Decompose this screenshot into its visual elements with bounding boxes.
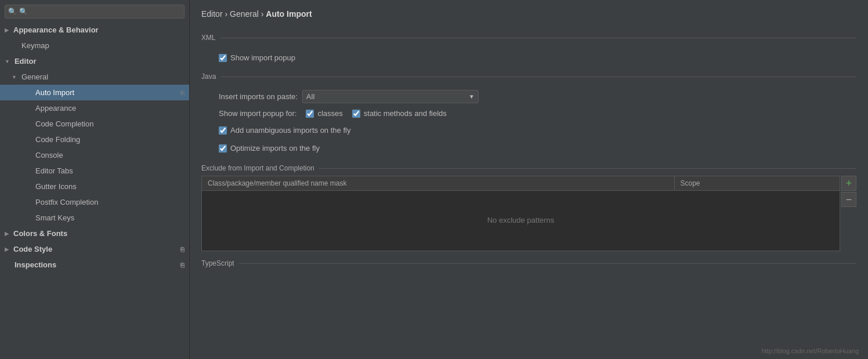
show-popup-for-label: Show import popup for: [219, 109, 296, 118]
table-actions: + − [841, 176, 856, 207]
optimize-imports-label: Optimize imports on the fly [230, 144, 320, 153]
col-name-header: Class/package/member qualified name mask [202, 176, 675, 190]
sidebar-item-console[interactable]: Console [0, 147, 189, 163]
xml-show-import-popup-checkbox-wrap[interactable]: Show import popup [219, 53, 295, 62]
sidebar-item-general[interactable]: ▼General [0, 69, 189, 85]
arrow-icon: ▼ [5, 59, 10, 64]
optimize-imports-row: Optimize imports on the fly [219, 144, 856, 153]
sidebar-item-label: Gutter Icons [35, 182, 77, 191]
xml-show-import-popup-checkbox[interactable] [219, 54, 227, 62]
add-unambiguous-row: Add unambiguous imports on the fly [219, 126, 856, 135]
breadcrumb-part-2: General [230, 9, 259, 19]
add-unambiguous-label: Add unambiguous imports on the fly [230, 126, 350, 135]
sidebar-item-label: Inspections [15, 260, 56, 269]
add-unambiguous-checkbox-wrap[interactable]: Add unambiguous imports on the fly [219, 126, 350, 135]
add-exclude-button[interactable]: + [841, 176, 856, 191]
sidebar-item-label: Smart Keys [35, 213, 74, 222]
main-content: Editor › General › Auto Import XML Show … [190, 0, 868, 359]
search-icon: 🔍 [8, 8, 17, 16]
sidebar-item-editor-tabs[interactable]: Editor Tabs [0, 163, 189, 179]
sidebar-item-label: Auto Import [35, 88, 74, 97]
dropdown-arrow-icon: ▼ [465, 93, 478, 100]
sidebar-item-label: Keymap [21, 41, 49, 50]
sidebar-item-label: Colors & Fonts [13, 229, 67, 238]
sidebar-item-label: Code Style [13, 245, 52, 253]
sidebar-item-gutter-icons[interactable]: Gutter Icons [0, 179, 189, 194]
breadcrumb: Editor › General › Auto Import [201, 9, 856, 19]
classes-label: classes [317, 109, 342, 118]
optimize-imports-checkbox[interactable] [219, 144, 227, 153]
sidebar-item-label: Postfix Completion [35, 198, 98, 206]
sidebar-item-smart-keys[interactable]: Smart Keys [0, 210, 189, 226]
breadcrumb-part-1: Editor [201, 9, 223, 19]
classes-checkbox-wrap[interactable]: classes [306, 109, 342, 118]
arrow-icon: ▶ [5, 27, 9, 33]
search-box[interactable]: 🔍 [5, 5, 185, 19]
no-patterns-label: No exclude patterns [487, 216, 555, 224]
sidebar: 🔍 ▶Appearance & BehaviorKeymap▼Editor▼Ge… [0, 0, 190, 359]
exclude-section: Exclude from Import and Completion Class… [201, 164, 856, 251]
static-methods-checkbox[interactable] [352, 110, 360, 118]
search-input[interactable] [5, 5, 185, 19]
arrow-icon: ▼ [12, 74, 17, 80]
sidebar-item-label: General [21, 72, 48, 81]
sidebar-item-colors-fonts[interactable]: ▶Colors & Fonts [0, 226, 189, 241]
remove-exclude-button[interactable]: − [841, 192, 856, 207]
arrow-icon: ▶ [5, 231, 9, 237]
java-section-header: Java [201, 72, 856, 81]
sidebar-item-label: Console [35, 151, 63, 159]
typescript-section-header: TypeScript [201, 259, 856, 267]
copy-icon: ⎘ [180, 246, 185, 253]
exclude-section-title: Exclude from Import and Completion [201, 164, 856, 172]
sidebar-item-label: Editor [15, 57, 37, 66]
static-methods-checkbox-wrap[interactable]: static methods and fields [352, 109, 447, 118]
optimize-imports-checkbox-wrap[interactable]: Optimize imports on the fly [219, 144, 320, 153]
sidebar-item-keymap[interactable]: Keymap [0, 38, 189, 53]
classes-checkbox[interactable] [306, 110, 314, 118]
exclude-table-wrap: Class/package/member qualified name mask… [201, 176, 856, 251]
copy-icon: ⎘ [180, 262, 185, 269]
nav-items: ▶Appearance & BehaviorKeymap▼Editor▼Gene… [0, 22, 189, 273]
insert-imports-row: Insert imports on paste: All Ask None ▼ [219, 90, 856, 103]
sidebar-item-auto-import[interactable]: Auto Import⎘ [0, 85, 189, 100]
insert-imports-select[interactable]: All Ask None [303, 90, 465, 103]
table-body: No exclude patterns [202, 191, 840, 249]
sidebar-item-label: Appearance [35, 104, 76, 113]
xml-section-header: XML [201, 34, 856, 42]
col-scope-header: Scope [675, 176, 840, 190]
xml-show-import-popup-row: Show import popup [219, 53, 856, 62]
breadcrumb-part-3: Auto Import [266, 9, 312, 19]
copy-icon: ⎘ [180, 89, 185, 96]
sidebar-item-label: Code Folding [35, 135, 80, 144]
sidebar-item-code-style[interactable]: ▶Code Style⎘ [0, 241, 189, 257]
sidebar-item-label: Editor Tabs [35, 166, 73, 175]
sidebar-item-label: Code Completion [35, 119, 93, 128]
xml-show-import-popup-label: Show import popup [230, 53, 295, 62]
sidebar-item-appearance[interactable]: Appearance [0, 100, 189, 116]
show-popup-for-row: Show import popup for: classes static me… [219, 109, 856, 118]
exclude-table: Class/package/member qualified name mask… [201, 176, 840, 251]
insert-imports-dropdown-wrap[interactable]: All Ask None ▼ [302, 90, 479, 103]
sidebar-item-appearance-behavior[interactable]: ▶Appearance & Behavior [0, 22, 189, 38]
footer-url: http://blog.csdn.net/RobertoHuang [761, 347, 859, 354]
table-header: Class/package/member qualified name mask… [202, 176, 840, 191]
static-methods-label: static methods and fields [364, 109, 447, 118]
sidebar-item-code-folding[interactable]: Code Folding [0, 132, 189, 147]
sidebar-item-inspections[interactable]: Inspections⎘ [0, 257, 189, 273]
arrow-icon: ▶ [5, 246, 9, 252]
sidebar-item-code-completion[interactable]: Code Completion [0, 116, 189, 132]
add-unambiguous-checkbox[interactable] [219, 126, 227, 135]
sidebar-item-editor[interactable]: ▼Editor [0, 53, 189, 69]
sidebar-item-label: Appearance & Behavior [13, 26, 99, 34]
sidebar-item-postfix-completion[interactable]: Postfix Completion [0, 194, 189, 210]
insert-imports-label: Insert imports on paste: [219, 92, 298, 101]
